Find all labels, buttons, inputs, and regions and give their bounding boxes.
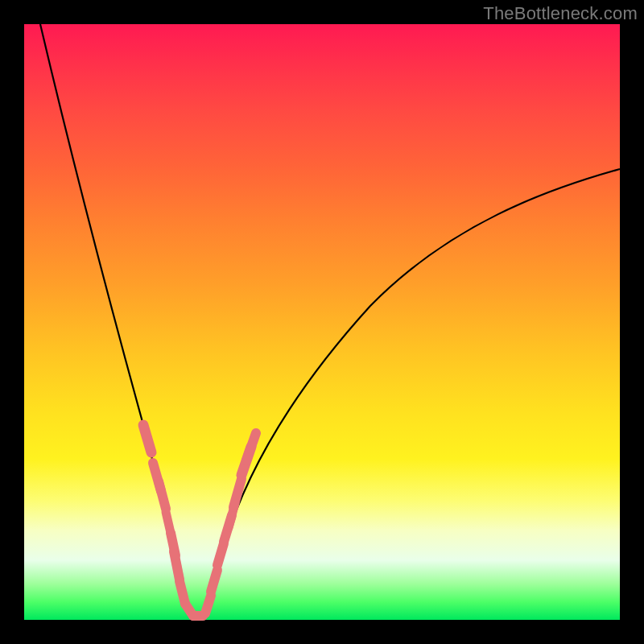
svg-line-10 <box>211 570 217 592</box>
svg-line-11 <box>217 543 224 565</box>
right-branch-curve <box>196 169 620 617</box>
svg-line-0 <box>143 425 151 452</box>
svg-line-14 <box>233 479 242 507</box>
curve-layer <box>24 24 620 620</box>
watermark-text: TheBottleneck.com <box>483 3 638 24</box>
plot-area <box>24 24 620 620</box>
svg-line-16 <box>246 433 256 460</box>
svg-line-5 <box>174 551 180 580</box>
marker-group <box>143 425 256 616</box>
svg-line-2 <box>159 481 166 509</box>
svg-line-9 <box>205 596 211 613</box>
chart-frame: TheBottleneck.com <box>0 0 644 644</box>
